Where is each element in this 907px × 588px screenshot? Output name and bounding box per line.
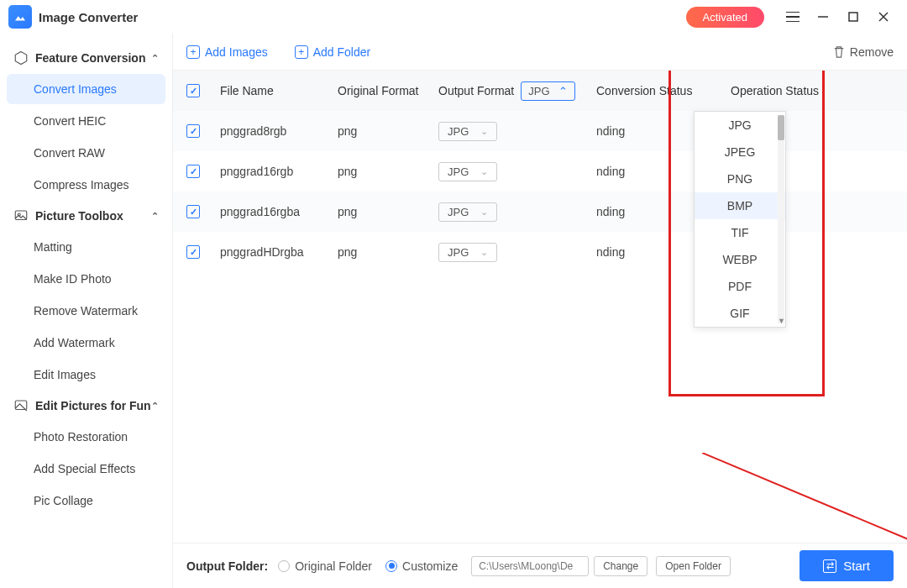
menu-icon[interactable] [778, 2, 808, 32]
section-label: Feature Conversion [35, 51, 145, 65]
dropdown-option[interactable]: WEBP [695, 246, 785, 273]
dropdown-option[interactable]: TIF [695, 219, 785, 246]
format-value: JPG [528, 85, 549, 97]
sidebar-item-compress-images[interactable]: Compress Images [7, 170, 165, 200]
dropdown-option[interactable]: PDF [695, 273, 785, 300]
cell-file-name: pnggrad16rgba [220, 205, 338, 218]
row-checkbox[interactable] [186, 165, 200, 178]
chevron-up-icon: ⌃ [151, 401, 159, 412]
plus-icon: + [295, 45, 308, 59]
table-area: File Name Original Format Output Format … [173, 71, 907, 543]
maximize-button[interactable] [838, 2, 868, 32]
cell-original-format: png [338, 124, 438, 138]
format-value: JPG [448, 165, 469, 178]
row-checkbox[interactable] [186, 205, 200, 218]
cell-original-format: png [338, 245, 438, 259]
cell-file-name: pnggradHDrgba [220, 245, 338, 259]
scrollbar-thumb[interactable] [778, 115, 784, 140]
convert-icon: ⇄ [823, 559, 836, 573]
section-label: Edit Pictures for Fun [35, 399, 151, 412]
minimize-button[interactable] [808, 2, 838, 32]
start-label: Start [843, 559, 870, 573]
row-checkbox[interactable] [186, 124, 200, 138]
trash-icon [833, 45, 845, 59]
section-edit-pictures-fun[interactable]: Edit Pictures for Fun ⌃ [7, 391, 165, 420]
annotation-arrow [702, 453, 907, 543]
chevron-up-icon: ⌃ [151, 211, 159, 222]
row-format-select[interactable]: JPG⌄ [438, 162, 497, 181]
row-format-select[interactable]: JPG⌄ [438, 202, 497, 222]
sidebar-item-edit-images[interactable]: Edit Images [7, 360, 165, 390]
original-folder-radio[interactable] [278, 560, 290, 572]
add-folder-label: Add Folder [313, 45, 370, 59]
sidebar-item-remove-watermark[interactable]: Remove Watermark [7, 296, 165, 326]
sidebar-item-make-id-photo[interactable]: Make ID Photo [7, 264, 165, 294]
scroll-down-arrow[interactable]: ▼ [778, 317, 784, 325]
table-row: pnggrad16rgb png JPG⌄ nding Start [173, 151, 907, 192]
format-value: JPG [448, 125, 469, 138]
table-row: pnggrad8rgb png JPG⌄ nding Start [173, 111, 907, 151]
chevron-down-icon: ⌄ [480, 166, 488, 177]
row-checkbox[interactable] [186, 245, 200, 259]
fun-icon [13, 398, 29, 413]
section-picture-toolbox[interactable]: Picture Toolbox ⌃ [7, 202, 165, 230]
sidebar-item-add-special-effects[interactable]: Add Special Effects [7, 454, 165, 484]
sidebar-item-add-watermark[interactable]: Add Watermark [7, 328, 165, 358]
cell-file-name: pnggrad8rgb [220, 124, 338, 138]
dropdown-option[interactable]: GIF [695, 300, 785, 327]
table-header: File Name Original Format Output Format … [173, 71, 907, 111]
titlebar: Image Converter Activated [0, 0, 907, 34]
dropdown-option[interactable]: BMP [695, 192, 785, 219]
dropdown-option[interactable]: JPG [695, 112, 785, 139]
toolbox-icon [13, 208, 29, 223]
sidebar-item-photo-restoration[interactable]: Photo Restoration [7, 422, 165, 452]
change-button[interactable]: Change [594, 556, 647, 576]
customize-radio[interactable] [385, 560, 397, 572]
remove-button[interactable]: Remove [833, 45, 894, 59]
row-format-select[interactable]: JPG⌄ [438, 243, 497, 262]
output-format-select[interactable]: JPG ⌃ [521, 81, 574, 101]
section-feature-conversion[interactable]: Feature Conversion ⌃ [7, 44, 165, 72]
start-all-button[interactable]: ⇄ Start [800, 550, 894, 581]
dropdown-option[interactable]: JPEG [695, 139, 785, 165]
select-all-checkbox[interactable] [186, 84, 200, 97]
open-folder-button[interactable]: Open Folder [656, 556, 731, 576]
table-row: pnggradHDrgba png JPG⌄ nding Start [173, 232, 907, 272]
customize-label: Customize [402, 559, 458, 573]
output-folder-label: Output Folder: [186, 559, 268, 573]
output-path-input[interactable] [471, 556, 589, 576]
dropdown-option[interactable]: PNG [695, 165, 785, 192]
row-format-select[interactable]: JPG⌄ [438, 122, 497, 141]
sidebar-item-convert-heic[interactable]: Convert HEIC [7, 106, 165, 136]
sidebar: Feature Conversion ⌃ Convert Images Conv… [0, 34, 172, 588]
remove-label: Remove [850, 45, 894, 59]
sidebar-item-convert-raw[interactable]: Convert RAW [7, 138, 165, 168]
sidebar-item-convert-images[interactable]: Convert Images [7, 74, 165, 104]
add-images-label: Add Images [205, 45, 268, 59]
header-conversion-status: Conversion Status [596, 84, 731, 97]
header-output-format: Output Format [438, 84, 514, 97]
sidebar-item-matting[interactable]: Matting [7, 232, 165, 262]
cell-file-name: pnggrad16rgb [220, 165, 338, 178]
activated-badge: Activated [686, 7, 764, 28]
format-dropdown: ▲ ▼ JPGJPEGPNGBMPTIFWEBPPDFGIF [694, 111, 786, 328]
svg-rect-1 [849, 13, 857, 21]
header-file-name: File Name [220, 84, 338, 97]
header-original-format: Original Format [338, 84, 438, 97]
scrollbar-track[interactable] [778, 115, 784, 323]
original-folder-label: Original Folder [295, 559, 372, 573]
footer: Output Folder: Original Folder Customize… [173, 543, 907, 588]
sidebar-item-pic-collage[interactable]: Pic Collage [7, 486, 165, 516]
app-title: Image Converter [39, 10, 686, 24]
format-value: JPG [448, 206, 469, 218]
add-images-button[interactable]: + Add Images [186, 45, 268, 59]
close-button[interactable] [868, 2, 899, 32]
table-row: pnggrad16rgba png JPG⌄ nding Start [173, 192, 907, 232]
add-folder-button[interactable]: + Add Folder [295, 45, 370, 59]
svg-line-9 [702, 453, 907, 543]
chevron-up-icon: ⌃ [151, 53, 159, 64]
toolbar: + Add Images + Add Folder Remove [173, 34, 907, 71]
cell-original-format: png [338, 205, 438, 218]
app-logo [8, 5, 32, 29]
format-value: JPG [448, 246, 469, 259]
